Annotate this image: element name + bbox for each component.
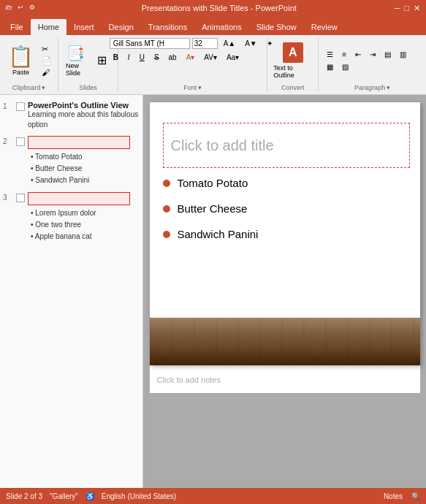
ribbon-tabs: File Home Insert Design Transitions Anim…: [0, 16, 426, 35]
new-slide-icon: 📑: [66, 45, 85, 62]
indent-less-button[interactable]: ⇤: [351, 49, 365, 60]
status-right: Notes 🔍: [381, 492, 420, 501]
change-case-button[interactable]: Aa▾: [223, 52, 243, 63]
clipboard-buttons: 📋 Paste ✂ 📄 🖌: [4, 38, 54, 83]
ribbon: 📋 Paste ✂ 📄 🖌 Clipboard ▾ 📑 New Slide ⊞: [0, 35, 426, 95]
slide-canvas[interactable]: Click to add title Tomato Potato Butter …: [150, 102, 420, 365]
align-center-button[interactable]: ▥: [396, 49, 410, 60]
shadow-button[interactable]: ab: [165, 52, 180, 63]
paragraph-label: Paragraph ▾: [354, 83, 390, 91]
theme-name: "Gallery": [50, 492, 78, 500]
text-to-outline-label: Text to Outline: [273, 64, 312, 79]
title-bar-icons: 🗁 ↩ ⚙: [6, 4, 38, 12]
close-icon[interactable]: ✕: [414, 4, 420, 13]
status-left: Slide 2 of 3 "Gallery" ♿ English (United…: [6, 492, 176, 500]
title-bar: 🗁 ↩ ⚙ Presentations with Slide Titles - …: [0, 0, 426, 16]
tab-design[interactable]: Design: [102, 19, 141, 35]
slides-label: Slides: [79, 83, 97, 91]
language: English (United States): [102, 492, 176, 500]
bullets-button[interactable]: ☰: [323, 49, 337, 60]
slide-1-title[interactable]: PowerPoint's Outline View: [28, 101, 140, 110]
undo-icon[interactable]: ↩: [18, 4, 26, 12]
justify-button[interactable]: ▧: [338, 61, 352, 72]
strikethrough-button[interactable]: S: [151, 52, 163, 63]
numbering-button[interactable]: ≡: [338, 49, 350, 60]
slide-main-bullet-3: Sandwich Panini: [163, 228, 410, 240]
notes-placeholder: Click to add notes: [157, 375, 221, 384]
layout-icon: ⊞: [97, 53, 107, 67]
tab-file[interactable]: File: [3, 19, 31, 35]
outline-sidebar: 1 PowerPoint's Outline View Learning mor…: [0, 95, 143, 488]
settings-icon[interactable]: ⚙: [29, 4, 38, 12]
font-expand-icon[interactable]: ▾: [198, 84, 202, 91]
maximize-icon[interactable]: □: [404, 4, 409, 13]
decrease-font-button[interactable]: A▼: [241, 38, 261, 49]
slide-2-content: • Tomato Potato • Butter Cheese • Sandwi…: [28, 136, 140, 186]
bullet-dot-1: [163, 180, 170, 187]
slide-main-bullet-1: Tomato Potato: [163, 177, 410, 189]
minimize-icon[interactable]: ─: [395, 4, 400, 13]
tab-slide-show[interactable]: Slide Show: [249, 19, 304, 35]
font-color-button[interactable]: A▾: [183, 52, 199, 63]
text-to-outline-button[interactable]: A Text to Outline: [272, 41, 313, 80]
character-spacing-button[interactable]: AV▾: [200, 52, 221, 63]
save-icon[interactable]: 🗁: [6, 4, 15, 12]
cut-button[interactable]: ✂: [39, 44, 54, 55]
paste-icon: 📋: [8, 45, 34, 69]
bold-button[interactable]: B: [110, 52, 122, 63]
wood-texture: [150, 318, 420, 365]
slides-buttons: 📑 New Slide ⊞: [63, 38, 113, 83]
clipboard-expand-icon[interactable]: ▾: [42, 84, 45, 91]
slide-3-bullet-3: • Apple banana cat: [28, 231, 140, 243]
tab-insert[interactable]: Insert: [66, 19, 102, 35]
slide-1-body: Learning more about this fabulous option: [28, 110, 140, 130]
zoom-slider-icon[interactable]: 🔍: [411, 492, 420, 500]
main-area: 1 PowerPoint's Outline View Learning mor…: [0, 95, 426, 488]
slide-2-bullet-3: • Sandwich Panini: [28, 175, 140, 186]
tab-animations[interactable]: Animations: [194, 19, 248, 35]
slide-3-number: 3: [3, 192, 13, 202]
paste-button[interactable]: 📋 Paste: [4, 45, 38, 76]
slide-3-content: • Lorem Ipsum dolor • One two three • Ap…: [28, 192, 140, 243]
slide-3-bullet-2: • One two three: [28, 219, 140, 231]
increase-font-button[interactable]: A▲: [220, 38, 240, 49]
slide-3-title-input[interactable]: [28, 192, 130, 205]
convert-group: A Text to Outline Convert: [267, 38, 319, 91]
sidebar-slide-2: 2 • Tomato Potato • Butter Cheese • Sand…: [0, 133, 142, 189]
underline-button[interactable]: U: [136, 52, 148, 63]
clipboard-small-buttons: ✂ 📄 🖌: [39, 44, 54, 77]
accessibility-icon[interactable]: ♿: [85, 492, 94, 500]
font-family-input[interactable]: [110, 38, 190, 49]
title-placeholder-text: Click to add title: [171, 137, 274, 154]
slide-3-checkbox[interactable]: [16, 194, 25, 202]
slide-title-placeholder[interactable]: Click to add title: [163, 123, 410, 168]
font-row-2: B I U S ab A▾ AV▾ Aa▾: [110, 52, 276, 63]
slide-2-bullet-2: • Butter Cheese: [28, 163, 140, 175]
convert-label: Convert: [281, 83, 305, 91]
copy-button[interactable]: 📄: [39, 56, 54, 66]
tab-home[interactable]: Home: [31, 19, 66, 35]
italic-button[interactable]: I: [124, 52, 134, 63]
font-row-1: A▲ A▼ ✦: [110, 38, 276, 49]
paragraph-expand-icon[interactable]: ▾: [387, 84, 390, 91]
font-label: Font ▾: [183, 83, 202, 91]
align-left-button[interactable]: ▤: [381, 49, 395, 60]
slide-1-checkbox[interactable]: [16, 102, 25, 111]
new-slide-button[interactable]: 📑 New Slide: [63, 43, 88, 78]
slide-2-checkbox[interactable]: [16, 137, 25, 146]
slide-3-bullet-1: • Lorem Ipsum dolor: [28, 207, 140, 219]
status-bar: Slide 2 of 3 "Gallery" ♿ English (United…: [0, 488, 426, 504]
bullet-dot-2: [163, 205, 170, 213]
tab-review[interactable]: Review: [304, 19, 345, 35]
tab-transitions[interactable]: Transitions: [141, 19, 194, 35]
notes-area[interactable]: Click to add notes: [150, 365, 420, 393]
notes-button[interactable]: Notes: [381, 492, 406, 501]
slide-2-title-input[interactable]: [28, 136, 130, 149]
format-painter-button[interactable]: 🖌: [39, 67, 54, 77]
text-to-outline-icon: A: [283, 42, 303, 63]
slide-content-area: Tomato Potato Butter Cheese Sandwich Pan…: [163, 177, 410, 253]
indent-more-button[interactable]: ⇥: [366, 49, 379, 60]
font-size-input[interactable]: [192, 38, 218, 49]
align-right-button[interactable]: ▦: [323, 61, 337, 72]
slide-2-bullet-1: • Tomato Potato: [28, 151, 140, 163]
